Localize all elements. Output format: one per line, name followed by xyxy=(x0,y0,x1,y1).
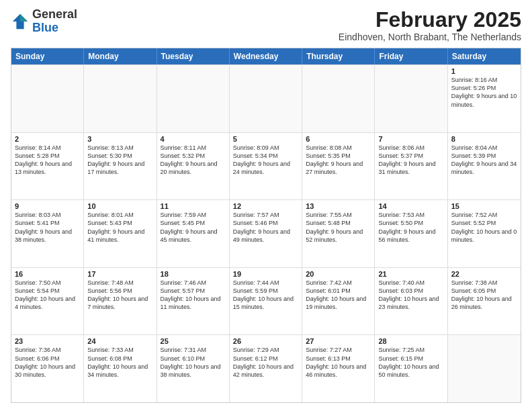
day-info: Sunrise: 7:36 AM Sunset: 6:06 PM Dayligh… xyxy=(15,346,80,379)
cal-row-4: 23Sunrise: 7:36 AM Sunset: 6:06 PM Dayli… xyxy=(11,334,521,402)
cal-cell-r0-c5 xyxy=(375,65,447,132)
day-info: Sunrise: 8:08 AM Sunset: 5:35 PM Dayligh… xyxy=(306,144,371,177)
cal-cell-r2-c6: 15Sunrise: 7:52 AM Sunset: 5:52 PM Dayli… xyxy=(448,200,521,267)
day-info: Sunrise: 7:50 AM Sunset: 5:54 PM Dayligh… xyxy=(15,279,80,312)
day-info: Sunrise: 8:13 AM Sunset: 5:30 PM Dayligh… xyxy=(87,144,152,177)
cal-cell-r2-c3: 12Sunrise: 7:57 AM Sunset: 5:46 PM Dayli… xyxy=(230,200,302,267)
day-number: 9 xyxy=(15,202,80,210)
cal-cell-r0-c4 xyxy=(302,65,375,132)
day-number: 8 xyxy=(451,135,517,143)
svg-marker-1 xyxy=(20,14,28,21)
day-number: 27 xyxy=(306,337,371,345)
cal-cell-r2-c4: 13Sunrise: 7:55 AM Sunset: 5:48 PM Dayli… xyxy=(302,200,375,267)
day-number: 3 xyxy=(87,135,152,143)
cal-cell-r0-c2 xyxy=(157,65,230,132)
cal-cell-r3-c2: 18Sunrise: 7:46 AM Sunset: 5:57 PM Dayli… xyxy=(157,268,230,335)
day-info: Sunrise: 8:09 AM Sunset: 5:34 PM Dayligh… xyxy=(233,144,298,177)
cal-cell-r1-c3: 5Sunrise: 8:09 AM Sunset: 5:34 PM Daylig… xyxy=(230,133,302,200)
cal-cell-r1-c4: 6Sunrise: 8:08 AM Sunset: 5:35 PM Daylig… xyxy=(302,133,375,200)
day-number: 10 xyxy=(87,202,152,210)
day-info: Sunrise: 7:57 AM Sunset: 5:46 PM Dayligh… xyxy=(233,211,298,244)
day-info: Sunrise: 7:59 AM Sunset: 5:45 PM Dayligh… xyxy=(161,211,226,244)
day-info: Sunrise: 7:27 AM Sunset: 6:13 PM Dayligh… xyxy=(306,346,371,379)
calendar-body: 1Sunrise: 8:16 AM Sunset: 5:26 PM Daylig… xyxy=(11,64,521,402)
title-block: February 2025 Eindhoven, North Brabant, … xyxy=(339,8,521,42)
cal-cell-r2-c5: 14Sunrise: 7:53 AM Sunset: 5:50 PM Dayli… xyxy=(375,200,447,267)
day-number: 17 xyxy=(87,270,152,278)
day-info: Sunrise: 7:25 AM Sunset: 6:15 PM Dayligh… xyxy=(378,346,443,379)
cal-cell-r3-c0: 16Sunrise: 7:50 AM Sunset: 5:54 PM Dayli… xyxy=(11,268,84,335)
day-info: Sunrise: 8:04 AM Sunset: 5:39 PM Dayligh… xyxy=(451,144,517,177)
day-number: 11 xyxy=(161,202,226,210)
header: General Blue February 2025 Eindhoven, No… xyxy=(11,8,521,42)
cal-cell-r0-c6: 1Sunrise: 8:16 AM Sunset: 5:26 PM Daylig… xyxy=(448,65,521,132)
header-friday: Friday xyxy=(375,48,447,64)
cal-cell-r3-c1: 17Sunrise: 7:48 AM Sunset: 5:56 PM Dayli… xyxy=(84,268,157,335)
cal-cell-r4-c0: 23Sunrise: 7:36 AM Sunset: 6:06 PM Dayli… xyxy=(11,335,84,402)
cal-cell-r2-c1: 10Sunrise: 8:01 AM Sunset: 5:43 PM Dayli… xyxy=(84,200,157,267)
day-info: Sunrise: 7:55 AM Sunset: 5:48 PM Dayligh… xyxy=(306,211,371,244)
cal-cell-r4-c5: 28Sunrise: 7:25 AM Sunset: 6:15 PM Dayli… xyxy=(375,335,447,402)
header-wednesday: Wednesday xyxy=(230,48,302,64)
day-info: Sunrise: 7:53 AM Sunset: 5:50 PM Dayligh… xyxy=(378,211,443,244)
day-number: 28 xyxy=(378,337,443,345)
day-number: 18 xyxy=(161,270,226,278)
day-info: Sunrise: 8:14 AM Sunset: 5:28 PM Dayligh… xyxy=(15,144,80,177)
page: General Blue February 2025 Eindhoven, No… xyxy=(0,0,532,411)
day-number: 20 xyxy=(306,270,371,278)
cal-cell-r1-c2: 4Sunrise: 8:11 AM Sunset: 5:32 PM Daylig… xyxy=(157,133,230,200)
cal-cell-r1-c5: 7Sunrise: 8:06 AM Sunset: 5:37 PM Daylig… xyxy=(375,133,447,200)
day-number: 12 xyxy=(233,202,298,210)
cal-cell-r4-c3: 26Sunrise: 7:29 AM Sunset: 6:12 PM Dayli… xyxy=(230,335,302,402)
day-number: 13 xyxy=(306,202,371,210)
day-info: Sunrise: 7:38 AM Sunset: 6:05 PM Dayligh… xyxy=(451,279,517,312)
header-thursday: Thursday xyxy=(302,48,375,64)
cal-cell-r0-c3 xyxy=(230,65,302,132)
day-number: 19 xyxy=(233,270,298,278)
day-number: 6 xyxy=(306,135,371,143)
logo-general-text: General xyxy=(32,7,77,21)
location-text: Eindhoven, North Brabant, The Netherland… xyxy=(339,32,521,42)
header-monday: Monday xyxy=(84,48,157,64)
day-number: 25 xyxy=(161,337,226,345)
day-number: 22 xyxy=(451,270,517,278)
cal-cell-r0-c0 xyxy=(11,65,84,132)
day-number: 5 xyxy=(233,135,298,143)
cal-row-2: 9Sunrise: 8:03 AM Sunset: 5:41 PM Daylig… xyxy=(11,199,521,267)
cal-cell-r3-c4: 20Sunrise: 7:42 AM Sunset: 6:01 PM Dayli… xyxy=(302,268,375,335)
day-number: 2 xyxy=(15,135,80,143)
header-sunday: Sunday xyxy=(11,48,84,64)
month-title: February 2025 xyxy=(339,8,521,32)
day-number: 23 xyxy=(15,337,80,345)
day-info: Sunrise: 7:29 AM Sunset: 6:12 PM Dayligh… xyxy=(233,346,298,379)
day-number: 14 xyxy=(378,202,443,210)
day-info: Sunrise: 7:40 AM Sunset: 6:03 PM Dayligh… xyxy=(378,279,443,312)
cal-cell-r1-c1: 3Sunrise: 8:13 AM Sunset: 5:30 PM Daylig… xyxy=(84,133,157,200)
cal-cell-r4-c6 xyxy=(448,335,521,402)
day-number: 7 xyxy=(378,135,443,143)
day-number: 1 xyxy=(451,67,517,75)
day-number: 24 xyxy=(87,337,152,345)
header-saturday: Saturday xyxy=(448,48,521,64)
cal-cell-r1-c0: 2Sunrise: 8:14 AM Sunset: 5:28 PM Daylig… xyxy=(11,133,84,200)
day-number: 4 xyxy=(161,135,226,143)
cal-row-0: 1Sunrise: 8:16 AM Sunset: 5:26 PM Daylig… xyxy=(11,64,521,132)
logo-text: General Blue xyxy=(32,8,77,35)
cal-cell-r0-c1 xyxy=(84,65,157,132)
day-number: 16 xyxy=(15,270,80,278)
day-number: 21 xyxy=(378,270,443,278)
day-info: Sunrise: 7:31 AM Sunset: 6:10 PM Dayligh… xyxy=(161,346,226,379)
cal-cell-r2-c2: 11Sunrise: 7:59 AM Sunset: 5:45 PM Dayli… xyxy=(157,200,230,267)
logo-icon xyxy=(11,12,30,31)
day-info: Sunrise: 8:11 AM Sunset: 5:32 PM Dayligh… xyxy=(161,144,226,177)
day-number: 15 xyxy=(451,202,517,210)
cal-cell-r3-c5: 21Sunrise: 7:40 AM Sunset: 6:03 PM Dayli… xyxy=(375,268,447,335)
logo: General Blue xyxy=(11,8,77,35)
day-info: Sunrise: 7:42 AM Sunset: 6:01 PM Dayligh… xyxy=(306,279,371,312)
day-info: Sunrise: 8:03 AM Sunset: 5:41 PM Dayligh… xyxy=(15,211,80,244)
calendar: Sunday Monday Tuesday Wednesday Thursday… xyxy=(11,48,521,403)
day-info: Sunrise: 7:52 AM Sunset: 5:52 PM Dayligh… xyxy=(451,211,517,244)
cal-cell-r4-c4: 27Sunrise: 7:27 AM Sunset: 6:13 PM Dayli… xyxy=(302,335,375,402)
cal-cell-r4-c2: 25Sunrise: 7:31 AM Sunset: 6:10 PM Dayli… xyxy=(157,335,230,402)
header-tuesday: Tuesday xyxy=(157,48,230,64)
